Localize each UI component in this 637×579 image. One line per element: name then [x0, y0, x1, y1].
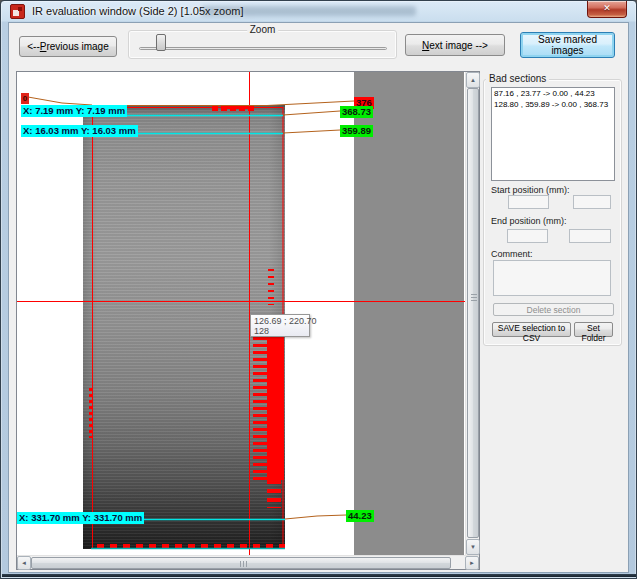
scroll-down-button[interactable]: ▼ [466, 539, 480, 555]
zoom-group-label: Zoom [247, 24, 279, 35]
scroll-down-icon: ▼ [470, 544, 476, 550]
horizontal-scroll-thumb[interactable] [31, 557, 451, 569]
next-image-button[interactable]: Next image --> [405, 34, 505, 56]
save-selection-csv-button[interactable]: SAVE selection to CSV [492, 322, 571, 337]
scroll-up-button[interactable]: ▲ [466, 72, 480, 88]
end-x-field[interactable] [507, 229, 548, 243]
zoom-slider-track[interactable] [139, 47, 387, 50]
cursor-tooltip: 126.69 ; 220.70 128 [250, 314, 310, 337]
client-area: <--Previous image Zoom Next image --> Sa… [8, 22, 629, 573]
value-label-green-1: 368.73 [340, 106, 373, 118]
title-bar: IR evaluation window (Side 2) [1.05x zoo… [1, 1, 637, 22]
start-y-field[interactable] [573, 195, 611, 209]
app-window: IR evaluation window (Side 2) [1.05x zoo… [0, 0, 637, 579]
scroll-up-icon: ▲ [470, 77, 476, 83]
comment-textarea[interactable] [493, 260, 611, 296]
start-x-field[interactable] [508, 195, 549, 209]
app-icon-detail2 [18, 7, 22, 11]
defect-marks-bottom-edge [97, 544, 285, 548]
vertical-scroll-thumb[interactable] [467, 88, 479, 538]
horizontal-scrollbar[interactable]: ◄ ► [17, 555, 479, 569]
value-label-green-2: 359.89 [340, 125, 373, 137]
start-position-label: Start position (mm): [491, 185, 570, 195]
measure-label-3: X: 331.70 mm Y: 331.70 mm [17, 512, 144, 524]
defect-blotch-comb [253, 337, 267, 480]
zoom-groupbox: Zoom [128, 30, 397, 59]
bad-sections-groupbox: Bad sections 87.16 , 23.77 -> 0.00 , 44.… [483, 79, 622, 346]
app-icon [10, 4, 25, 19]
image-viewer: 0 X: 7.19 mm Y: 7.19 mm X: 16.03 mm Y: 1… [16, 71, 480, 570]
bad-sections-listbox[interactable]: 87.16 , 23.77 -> 0.00 , 44.23 128.80 , 3… [491, 87, 615, 181]
list-item[interactable]: 128.80 , 359.89 -> 0.00 , 368.73 [492, 99, 614, 110]
defect-marks-top-core [225, 105, 249, 109]
zoom-slider-thumb[interactable] [156, 34, 166, 51]
list-item[interactable]: 87.16 , 23.77 -> 0.00 , 44.23 [492, 88, 614, 99]
delete-section-button[interactable]: Delete section [493, 303, 614, 316]
bad-sections-label: Bad sections [486, 73, 549, 84]
save-marked-images-button[interactable]: Save marked images [520, 32, 615, 58]
set-folder-button[interactable]: Set Folder [574, 322, 613, 337]
previous-label-rest: revious image [46, 41, 108, 52]
connector-to-359 [283, 130, 340, 133]
connector-to-44 [285, 515, 346, 519]
comment-label: Comment: [491, 249, 533, 259]
origin-marker: 0 [21, 93, 29, 104]
scroll-left-button[interactable]: ◄ [17, 556, 31, 570]
close-icon: ✕ [603, 3, 611, 13]
connector-to-368 [283, 111, 340, 115]
image-canvas[interactable]: 0 X: 7.19 mm Y: 7.19 mm X: 16.03 mm Y: 1… [17, 72, 465, 555]
defect-specks-mid [268, 269, 274, 305]
defect-marks-left-edge [89, 388, 93, 438]
previous-image-button[interactable]: <--Previous image [19, 36, 117, 57]
end-y-field[interactable] [569, 229, 611, 243]
unscanned-gray-region [354, 72, 464, 555]
previous-label-prefix: <-- [27, 41, 40, 52]
close-button[interactable]: ✕ [587, 1, 627, 18]
thumb-grip [471, 294, 477, 295]
window-bottom-edge [2, 574, 637, 577]
scroll-right-button[interactable]: ► [465, 556, 479, 570]
defect-tail [267, 480, 281, 508]
value-label-green-3: 44.23 [346, 510, 374, 522]
scroll-left-icon: ◄ [21, 560, 27, 566]
tooltip-value: 128 [254, 326, 306, 336]
measure-label-2: X: 16.03 mm Y: 16.03 mm [21, 125, 138, 137]
vertical-scrollbar[interactable]: ▲ ▼ [465, 72, 479, 555]
defect-blotch-solid [267, 337, 284, 480]
measure-label-1: X: 7.19 mm Y: 7.19 mm [21, 105, 127, 117]
tooltip-coordinates: 126.69 ; 220.70 [254, 316, 306, 326]
connector-line-marker [28, 97, 92, 105]
end-position-label: End position (mm): [491, 216, 567, 226]
background-window-smudge [201, 6, 416, 16]
thumb-grip [240, 561, 241, 567]
scroll-right-icon: ► [469, 560, 475, 566]
next-label-rest: ext image --> [429, 40, 488, 51]
